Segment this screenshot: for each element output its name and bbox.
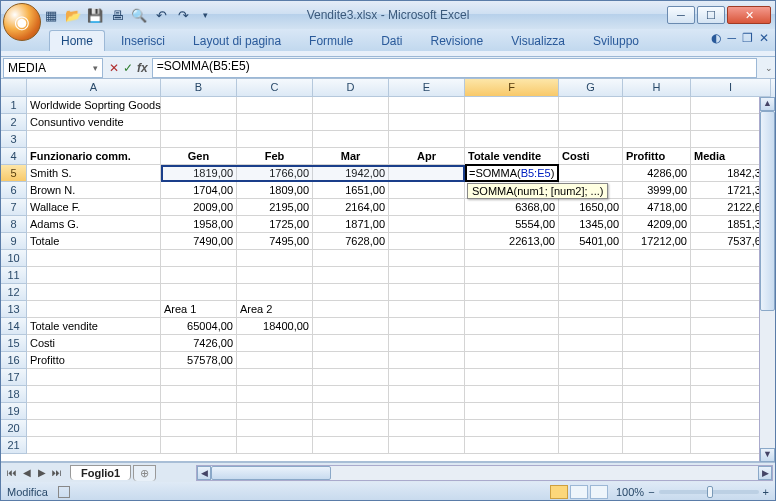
save-icon[interactable]: 💾 — [85, 5, 105, 25]
cell[interactable] — [27, 369, 161, 386]
cell[interactable] — [465, 369, 559, 386]
cell[interactable] — [237, 369, 313, 386]
cell[interactable] — [623, 335, 691, 352]
cell[interactable] — [465, 352, 559, 369]
ribbon-tab-inserisci[interactable]: Inserisci — [109, 30, 177, 51]
cell[interactable] — [623, 420, 691, 437]
cell[interactable] — [161, 403, 237, 420]
row-header[interactable]: 21 — [1, 437, 27, 454]
cell[interactable] — [389, 199, 465, 216]
cell[interactable] — [27, 267, 161, 284]
zoom-slider[interactable] — [659, 490, 759, 494]
cell[interactable] — [313, 420, 389, 437]
cell[interactable] — [27, 403, 161, 420]
cell[interactable]: 1651,00 — [313, 182, 389, 199]
print-icon[interactable]: 🖶 — [107, 5, 127, 25]
formula-expand-icon[interactable]: ⌄ — [765, 63, 773, 73]
spreadsheet-grid[interactable]: ABCDEFGHI 1Worldwide Soprting Goods2Cons… — [1, 79, 775, 462]
cell[interactable] — [389, 97, 465, 114]
ribbon-tab-visualizza[interactable]: Visualizza — [499, 30, 577, 51]
ribbon-tab-revisione[interactable]: Revisione — [418, 30, 495, 51]
cell[interactable]: Area 1 — [161, 301, 237, 318]
cell[interactable]: 17212,00 — [623, 233, 691, 250]
row-header[interactable]: 5 — [1, 165, 27, 182]
cell[interactable] — [623, 284, 691, 301]
doc-minimize-icon[interactable]: ─ — [727, 31, 736, 45]
fx-icon[interactable]: fx — [137, 61, 148, 75]
new-icon[interactable]: ▦ — [41, 5, 61, 25]
view-normal-button[interactable] — [550, 485, 568, 499]
cell[interactable] — [27, 437, 161, 454]
row-header[interactable]: 13 — [1, 301, 27, 318]
cell[interactable] — [27, 301, 161, 318]
cancel-formula-icon[interactable]: ✕ — [109, 61, 119, 75]
ribbon-tab-layout-di-pagina[interactable]: Layout di pagina — [181, 30, 293, 51]
cell[interactable] — [465, 114, 559, 131]
row-header[interactable]: 17 — [1, 369, 27, 386]
office-button[interactable]: ◉ — [3, 3, 41, 41]
cell[interactable] — [559, 114, 623, 131]
cell[interactable] — [237, 352, 313, 369]
cell[interactable] — [27, 420, 161, 437]
cell[interactable] — [313, 131, 389, 148]
cell[interactable] — [161, 97, 237, 114]
cell[interactable] — [313, 250, 389, 267]
minimize-button[interactable]: ─ — [667, 6, 695, 24]
cell[interactable] — [161, 386, 237, 403]
vertical-scrollbar[interactable]: ▲ ▼ — [759, 97, 775, 462]
cell[interactable] — [237, 420, 313, 437]
cell[interactable]: Adams G. — [27, 216, 161, 233]
cell[interactable]: 1704,00 — [161, 182, 237, 199]
cell[interactable] — [465, 318, 559, 335]
cell[interactable] — [313, 403, 389, 420]
new-sheet-tab[interactable]: ⊕ — [133, 465, 156, 481]
cell[interactable]: Funzionario comm. — [27, 148, 161, 165]
cell[interactable]: 1766,00 — [237, 165, 313, 182]
zoom-out-button[interactable]: − — [648, 486, 654, 498]
cell[interactable]: 5554,00 — [465, 216, 559, 233]
tab-last-icon[interactable]: ⏭ — [50, 467, 64, 478]
cell[interactable]: Area 2 — [237, 301, 313, 318]
cell[interactable] — [313, 267, 389, 284]
cell[interactable] — [237, 403, 313, 420]
cell[interactable]: Costi — [559, 148, 623, 165]
cell[interactable] — [623, 369, 691, 386]
cell[interactable]: Apr — [389, 148, 465, 165]
cell[interactable] — [313, 369, 389, 386]
cell[interactable] — [161, 369, 237, 386]
column-header-B[interactable]: B — [161, 79, 237, 97]
cell[interactable] — [559, 301, 623, 318]
cell[interactable] — [559, 437, 623, 454]
cell[interactable]: Totale vendite — [465, 148, 559, 165]
ribbon-tab-home[interactable]: Home — [49, 30, 105, 51]
cell[interactable] — [389, 403, 465, 420]
undo-icon[interactable]: ↶ — [151, 5, 171, 25]
cell[interactable] — [161, 267, 237, 284]
cell[interactable]: 5401,00 — [559, 233, 623, 250]
scroll-up-icon[interactable]: ▲ — [760, 97, 775, 111]
hscroll-thumb[interactable] — [211, 466, 331, 480]
cell[interactable] — [623, 437, 691, 454]
column-header-G[interactable]: G — [559, 79, 623, 97]
cell[interactable] — [465, 250, 559, 267]
cell[interactable] — [161, 420, 237, 437]
cell[interactable] — [389, 335, 465, 352]
column-header-A[interactable]: A — [27, 79, 161, 97]
column-header-D[interactable]: D — [313, 79, 389, 97]
cell[interactable]: Costi — [27, 335, 161, 352]
zoom-thumb[interactable] — [707, 486, 713, 498]
cell[interactable] — [465, 386, 559, 403]
row-header[interactable]: 16 — [1, 352, 27, 369]
qat-dropdown-icon[interactable]: ▾ — [195, 5, 215, 25]
column-header-E[interactable]: E — [389, 79, 465, 97]
cell[interactable] — [559, 97, 623, 114]
cell[interactable] — [389, 131, 465, 148]
cell[interactable] — [313, 318, 389, 335]
cell[interactable] — [27, 131, 161, 148]
select-all-corner[interactable] — [1, 79, 27, 97]
cell[interactable]: Smith S. — [27, 165, 161, 182]
cell[interactable] — [465, 301, 559, 318]
accept-formula-icon[interactable]: ✓ — [123, 61, 133, 75]
cell[interactable] — [623, 403, 691, 420]
tab-next-icon[interactable]: ▶ — [35, 467, 49, 478]
